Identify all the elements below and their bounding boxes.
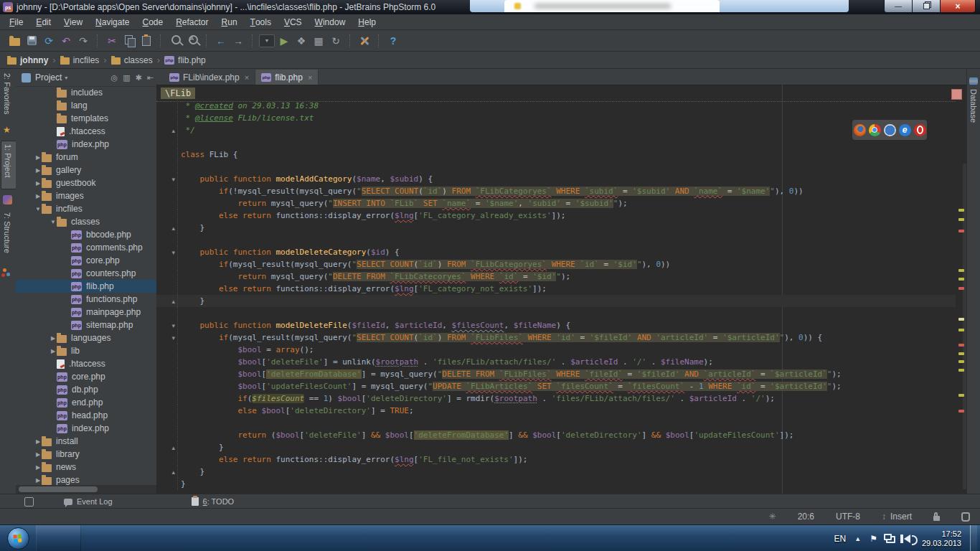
tool-button-project[interactable]: 1: Project <box>1 141 17 189</box>
menu-edit[interactable]: Edit <box>29 14 57 29</box>
code-line[interactable]: ▾ public function modelDeleteCategory($i… <box>156 246 956 258</box>
stripe-mark[interactable] <box>958 410 964 413</box>
code-line[interactable]: * @license FLib/license.txt <box>156 112 956 124</box>
toolbar-open-folder-icon[interactable] <box>6 33 22 49</box>
language-indicator[interactable]: EN <box>834 534 847 544</box>
code-line[interactable] <box>156 307 956 319</box>
tree-closed-arrow-icon[interactable]: ▶ <box>34 438 42 445</box>
code-line[interactable]: if(!mysql_result(mysql_query("SELECT COU… <box>156 185 956 197</box>
tree-closed-arrow-icon[interactable]: ▶ <box>50 348 57 354</box>
tree-item-comments.php[interactable]: phpcomments.php <box>16 241 156 254</box>
stripe-mark[interactable] <box>958 218 964 221</box>
toolbar-copy-icon[interactable] <box>121 33 137 49</box>
tree-closed-arrow-icon[interactable]: ▶ <box>34 451 42 458</box>
tree-item-lang[interactable]: lang <box>16 99 156 112</box>
tree-item-sitemap.php[interactable]: phpsitemap.php <box>16 319 156 331</box>
tree-closed-arrow-icon[interactable]: ▶ <box>34 180 42 187</box>
tree-item-library[interactable]: ▶library <box>16 448 156 461</box>
menu-vcs[interactable]: VCS <box>278 14 308 29</box>
tree-item-languages[interactable]: ▶languages <box>16 331 156 344</box>
breadcrumb-incfiles[interactable]: incfiles <box>60 55 100 65</box>
tree-open-arrow-icon[interactable]: ▼ <box>50 219 57 225</box>
tree-item-classes[interactable]: ▼classes <box>16 215 156 228</box>
toolbar-rerun-icon[interactable]: ↻ <box>328 33 344 49</box>
code-area[interactable]: * @created on 29.03.13 16:38 * @license … <box>156 100 956 494</box>
project-header-gear-icon[interactable]: ✱ <box>136 73 142 83</box>
code-line[interactable]: ▴ } <box>156 295 956 307</box>
tree-item-templates[interactable]: templates <box>16 112 156 125</box>
menu-tools[interactable]: Tools <box>244 14 278 29</box>
code-line[interactable] <box>156 417 956 429</box>
tree-closed-arrow-icon[interactable]: ▶ <box>34 464 42 471</box>
stripe-mark[interactable] <box>958 230 964 232</box>
opera-icon[interactable] <box>914 124 926 136</box>
toolbar-find-icon[interactable] <box>167 33 183 49</box>
stripe-mark[interactable] <box>958 269 964 272</box>
toolbar-help-icon[interactable]: ? <box>385 33 401 49</box>
menu-navigate[interactable]: Navigate <box>89 14 136 29</box>
project-header-split-icon[interactable]: ▥ <box>123 73 130 83</box>
tree-item-index.php[interactable]: phpindex.php <box>16 422 156 435</box>
tree-item-.htaccess[interactable]: .htaccess <box>16 125 156 138</box>
toolbar-redo-icon[interactable]: ↷ <box>75 33 91 49</box>
tool-button-structure[interactable]: 7: Structure <box>3 212 11 253</box>
toolbar-settings-icon[interactable] <box>357 33 372 49</box>
code-line[interactable] <box>156 161 956 173</box>
toolwindow-toggle-icon[interactable] <box>24 497 34 507</box>
tree-item-forum[interactable]: ▶forum <box>16 151 156 164</box>
code-line[interactable]: ▴ */ <box>156 124 956 136</box>
tree-item-includes[interactable]: includes <box>16 86 156 99</box>
toolbar-sync-icon[interactable]: ⟳ <box>41 33 57 49</box>
menu-code[interactable]: Code <box>136 14 169 29</box>
tree-item-lib[interactable]: ▶lib <box>16 344 156 357</box>
clock[interactable]: 17:52 29.03.2013 <box>922 529 961 548</box>
tree-closed-arrow-icon[interactable]: ▶ <box>50 335 57 342</box>
toolbar-save-icon[interactable] <box>24 33 39 49</box>
safari-icon[interactable] <box>884 124 896 136</box>
stripe-mark[interactable] <box>958 352 964 355</box>
tree-item-images[interactable]: ▶images <box>16 189 156 202</box>
tree-item-news[interactable]: ▶news <box>16 461 156 474</box>
code-line[interactable]: $bool['updateFilesCount'] = mysql_query(… <box>156 380 956 392</box>
tree-item-mainpage.php[interactable]: phpmainpage.php <box>16 306 156 319</box>
tab-close-icon[interactable]: × <box>308 73 312 82</box>
toolbar-coverage-icon[interactable]: ▦ <box>311 33 326 49</box>
code-line[interactable]: } <box>156 478 956 490</box>
code-line[interactable]: * @created on 29.03.13 16:38 <box>156 100 956 112</box>
toolbar-run-icon[interactable]: ▶ <box>276 33 292 49</box>
code-line[interactable] <box>156 234 956 246</box>
code-line[interactable]: ▾ public function modelAddCategory($name… <box>156 173 956 185</box>
tree-item-db.php[interactable]: phpdb.php <box>16 383 156 396</box>
tree-item-.htaccess[interactable]: .htaccess <box>16 357 156 370</box>
code-line[interactable]: if(mysql_result(mysql_query("SELECT COUN… <box>156 258 956 270</box>
tree-open-arrow-icon[interactable]: ▼ <box>34 206 42 212</box>
project-header-locate-icon[interactable]: ◎ <box>111 73 118 83</box>
code-line[interactable]: $bool = array(); <box>156 344 956 356</box>
firefox-icon[interactable] <box>854 124 866 136</box>
toolbar-forward-icon[interactable]: → <box>230 33 246 49</box>
show-desktop-button[interactable] <box>970 525 977 551</box>
volume-icon[interactable] <box>904 534 910 543</box>
breadcrumb-flib.php[interactable]: phpflib.php <box>164 55 206 65</box>
tree-item-index.php[interactable]: phpindex.php <box>16 138 156 151</box>
menu-window[interactable]: Window <box>308 14 352 29</box>
stripe-mark[interactable] <box>958 287 964 290</box>
chrome-icon[interactable] <box>869 124 881 136</box>
tree-closed-arrow-icon[interactable]: ▶ <box>34 193 42 199</box>
stripe-mark[interactable] <box>958 209 964 212</box>
tree-closed-arrow-icon[interactable]: ▶ <box>34 477 42 484</box>
code-line[interactable]: ▴ } <box>156 441 956 453</box>
tree-item-flib.php[interactable]: phpflib.php <box>16 280 156 293</box>
tree-item-incfiles[interactable]: ▼incfiles <box>16 202 156 215</box>
maximize-button[interactable] <box>913 0 940 13</box>
start-button[interactable] <box>0 525 36 551</box>
breadcrumb-classes[interactable]: classes <box>111 55 153 65</box>
toolbar-replace-icon[interactable] <box>184 33 200 49</box>
ie-icon[interactable]: e <box>899 124 911 136</box>
toolbar-undo-icon[interactable]: ↶ <box>58 33 74 49</box>
menu-run[interactable]: Run <box>215 14 244 29</box>
toolbar-debug-icon[interactable]: ❖ <box>293 33 309 49</box>
toolbar-runbox-icon[interactable]: ▼ <box>259 33 275 49</box>
stripe-mark[interactable] <box>958 278 964 281</box>
stripe-mark[interactable] <box>958 369 964 372</box>
